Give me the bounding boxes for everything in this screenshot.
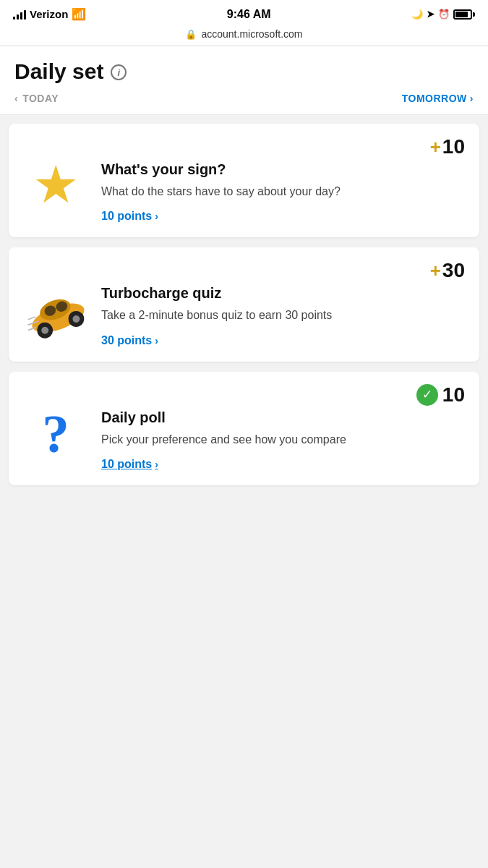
question-mark-icon: ? (42, 407, 69, 461)
info-icon[interactable]: i (111, 64, 127, 80)
lock-icon: 🔒 (185, 29, 197, 40)
chevron-right-icon: › (470, 93, 474, 104)
carrier-label: Verizon (30, 8, 68, 20)
today-nav[interactable]: ‹ TODAY (14, 93, 59, 104)
date-nav: ‹ TODAY TOMORROW › (0, 84, 488, 115)
star-icon: ★ (33, 158, 80, 210)
chevron-left-icon: ‹ (14, 93, 18, 104)
url-display: account.microsoft.com (201, 28, 302, 40)
question-icon-area: ? (23, 407, 88, 461)
chevron-link-sign: › (155, 210, 158, 222)
address-bar[interactable]: 🔒 account.microsoft.com (0, 25, 488, 46)
svg-line-10 (28, 317, 35, 320)
chevron-link-poll: › (155, 459, 158, 470)
card-text-poll: Daily poll Pick your preference and see … (101, 407, 465, 471)
tomorrow-label: TOMORROW (402, 93, 467, 104)
card-link-text-turbocharge: 30 points (101, 334, 152, 347)
card-link-poll[interactable]: 10 points › (101, 458, 465, 471)
signal-icon (13, 9, 26, 20)
car-icon-area (23, 282, 88, 340)
card-poll[interactable]: ✓ 10 ? Daily poll Pick your preference a… (9, 372, 479, 485)
wifi-icon: 📶 (72, 7, 86, 21)
card-desc-poll: Pick your preference and see how you com… (101, 432, 465, 448)
points-badge-sign: + 10 (430, 135, 465, 158)
star-icon-area: ★ (23, 158, 88, 210)
card-sign[interactable]: + 10 ★ What's your sign? What do the sta… (9, 124, 479, 237)
today-label: TODAY (22, 93, 59, 104)
car-icon (15, 273, 96, 349)
card-turbocharge[interactable]: + 30 (9, 247, 479, 361)
status-right: 🌙 ➤ ⏰ (411, 9, 475, 20)
moon-icon: 🌙 (411, 9, 423, 20)
status-left: Verizon 📶 (13, 7, 86, 21)
card-title-turbocharge: Turbocharge quiz (101, 285, 465, 302)
card-link-sign[interactable]: 10 points › (101, 210, 465, 223)
page-header: Daily set i (0, 46, 488, 84)
card-title-poll: Daily poll (101, 409, 465, 426)
card-text-turbocharge: Turbocharge quiz Take a 2-minute bonus q… (101, 282, 465, 346)
card-link-text-sign: 10 points (101, 210, 152, 223)
card-link-text-poll: 10 points (101, 458, 152, 471)
location-icon: ➤ (427, 9, 435, 20)
status-bar: Verizon 📶 9:46 AM 🌙 ➤ ⏰ (0, 0, 488, 25)
chevron-link-turbocharge: › (155, 335, 158, 346)
points-badge-turbocharge: + 30 (430, 259, 465, 282)
card-body-poll: ? Daily poll Pick your preference and se… (23, 407, 465, 471)
time-display: 9:46 AM (227, 8, 271, 21)
alarm-icon: ⏰ (438, 9, 450, 20)
completed-badge-poll: ✓ 10 (416, 383, 465, 407)
checkmark-icon: ✓ (416, 384, 438, 406)
page-title: Daily set (14, 59, 103, 84)
card-body-sign: ★ What's your sign? What do the stars ha… (23, 158, 465, 223)
tomorrow-nav[interactable]: TOMORROW › (402, 93, 474, 104)
card-desc-turbocharge: Take a 2-minute bonus quiz to earn 30 po… (101, 307, 465, 323)
card-title-sign: What's your sign? (101, 161, 465, 178)
card-link-turbocharge[interactable]: 30 points › (101, 334, 465, 347)
card-body-turbocharge: Turbocharge quiz Take a 2-minute bonus q… (23, 282, 465, 346)
card-desc-sign: What do the stars have to say about your… (101, 184, 465, 200)
completed-number: 10 (442, 383, 465, 407)
battery-icon (453, 9, 475, 20)
card-text-sign: What's your sign? What do the stars have… (101, 158, 465, 223)
